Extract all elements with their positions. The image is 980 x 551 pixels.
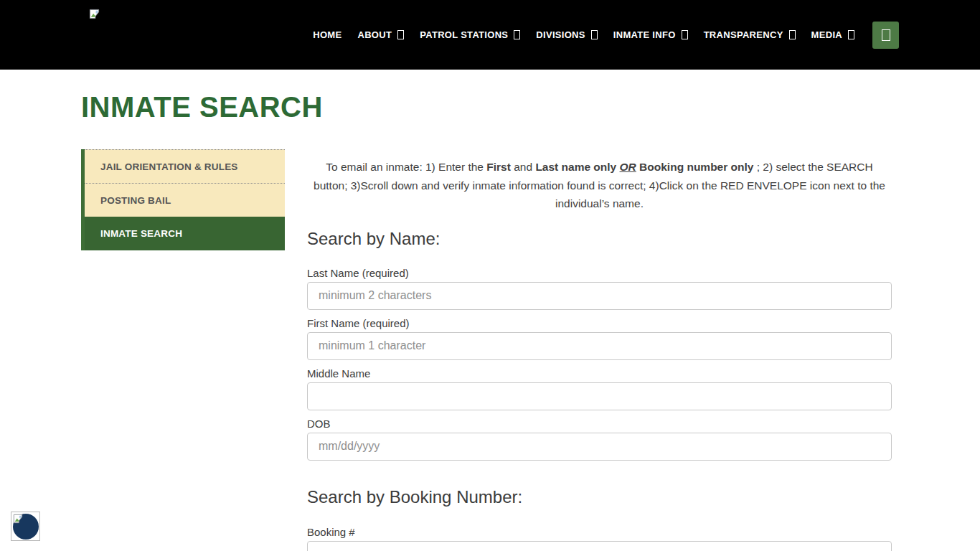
- site-logo-broken-image[interactable]: [89, 9, 100, 20]
- nav-item-label: PATROL STATIONS: [420, 29, 508, 40]
- sidebar-item-label: POSTING BAIL: [100, 195, 171, 206]
- page-title: INMATE SEARCH: [81, 91, 899, 123]
- main-navigation: HOME ABOUT PATROL STATIONS DIVISIONS INM…: [305, 0, 899, 70]
- dob-label: DOB: [307, 418, 892, 430]
- broken-image-icon: [89, 9, 100, 19]
- instruction-text-bold: First: [486, 161, 511, 173]
- nav-item-inmate-info[interactable]: INMATE INFO: [606, 29, 696, 40]
- last-name-label: Last Name (required): [307, 267, 892, 279]
- nav-item-label: INMATE INFO: [613, 29, 676, 40]
- middle-name-input[interactable]: [307, 382, 892, 410]
- instruction-text: To email an inmate: 1) Enter the: [326, 161, 486, 173]
- dob-group: DOB: [307, 418, 892, 461]
- instruction-text-bold: Booking number only: [639, 161, 753, 173]
- nav-item-label: MEDIA: [811, 29, 842, 40]
- dropdown-caret-missing-glyph-icon: [789, 30, 796, 39]
- middle-name-group: Middle Name: [307, 367, 892, 410]
- sidebar-item-label: JAIL ORIENTATION & RULES: [100, 161, 238, 172]
- dropdown-caret-missing-glyph-icon: [397, 30, 404, 39]
- nav-search-button[interactable]: [872, 22, 899, 49]
- accessibility-widget-button[interactable]: [11, 512, 40, 541]
- nav-item-media[interactable]: MEDIA: [804, 29, 862, 40]
- email-inmate-instructions: To email an inmate: 1) Enter the First a…: [307, 158, 892, 213]
- broken-image-icon: [13, 514, 23, 524]
- nav-item-transparency[interactable]: TRANSPARENCY: [696, 29, 804, 40]
- instruction-text: and: [511, 161, 535, 173]
- nav-item-patrol-stations[interactable]: PATROL STATIONS: [412, 29, 528, 40]
- sidebar-nav: JAIL ORIENTATION & RULES POSTING BAIL IN…: [81, 149, 285, 250]
- first-name-input[interactable]: [307, 332, 892, 360]
- nav-item-label: HOME: [313, 29, 341, 40]
- nav-item-divisions[interactable]: DIVISIONS: [528, 29, 605, 40]
- last-name-group: Last Name (required): [307, 267, 892, 310]
- dropdown-caret-missing-glyph-icon: [514, 30, 520, 39]
- nav-item-about[interactable]: ABOUT: [349, 29, 412, 40]
- nav-item-home[interactable]: HOME: [305, 29, 349, 40]
- booking-number-label: Booking #: [307, 526, 892, 538]
- site-header: HOME ABOUT PATROL STATIONS DIVISIONS INM…: [0, 0, 980, 70]
- sidebar-item-posting-bail[interactable]: POSTING BAIL: [85, 183, 285, 217]
- dropdown-caret-missing-glyph-icon: [591, 30, 598, 39]
- dob-input[interactable]: [307, 433, 892, 461]
- last-name-input[interactable]: [307, 282, 892, 310]
- first-name-group: First Name (required): [307, 317, 892, 360]
- dropdown-caret-missing-glyph-icon: [848, 30, 854, 39]
- instruction-text-or: OR: [620, 161, 636, 173]
- sidebar-item-label: INMATE SEARCH: [100, 228, 182, 239]
- booking-number-group: Booking #: [307, 526, 892, 551]
- search-by-booking-heading: Search by Booking Number:: [307, 487, 892, 507]
- sidebar-item-inmate-search[interactable]: INMATE SEARCH: [85, 217, 285, 250]
- nav-item-label: DIVISIONS: [536, 29, 585, 40]
- search-icon-missing-glyph: [882, 29, 890, 41]
- main-content: To email an inmate: 1) Enter the First a…: [307, 149, 892, 551]
- dropdown-caret-missing-glyph-icon: [682, 30, 688, 39]
- instruction-text-bold: Last name only: [535, 161, 619, 173]
- nav-item-label: ABOUT: [357, 29, 392, 40]
- booking-number-input[interactable]: [307, 541, 892, 551]
- middle-name-label: Middle Name: [307, 367, 892, 380]
- sidebar-item-jail-orientation-rules[interactable]: JAIL ORIENTATION & RULES: [85, 149, 285, 183]
- nav-item-label: TRANSPARENCY: [704, 29, 783, 40]
- first-name-label: First Name (required): [307, 317, 892, 329]
- search-by-name-heading: Search by Name:: [307, 229, 892, 249]
